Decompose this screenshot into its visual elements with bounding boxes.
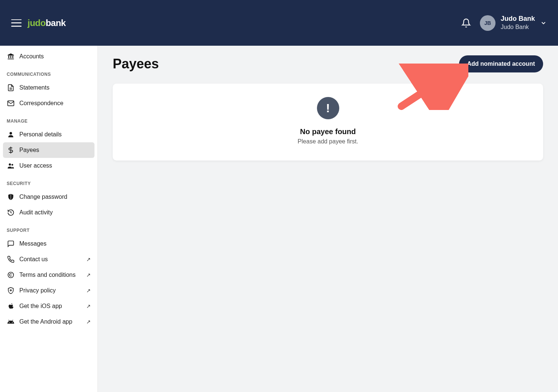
sidebar-item-terms[interactable]: Terms and conditions ↗ bbox=[3, 267, 94, 283]
history-icon bbox=[7, 208, 15, 217]
dollar-icon bbox=[7, 146, 15, 154]
external-link-icon: ↗ bbox=[86, 303, 91, 309]
sidebar-item-user-access[interactable]: User access bbox=[3, 158, 94, 174]
sidebar-item-messages[interactable]: Messages bbox=[3, 236, 94, 252]
avatar: JB bbox=[480, 15, 496, 31]
layout: Accounts COMMUNICATIONS Statements Corre… bbox=[0, 46, 558, 392]
svg-point-6 bbox=[12, 164, 13, 166]
sidebar-item-label: Statements bbox=[19, 84, 91, 91]
privacy-shield-icon bbox=[7, 286, 15, 295]
apple-icon bbox=[7, 302, 15, 310]
external-link-icon: ↗ bbox=[86, 256, 91, 262]
person-icon bbox=[7, 130, 15, 139]
avatar-initials: JB bbox=[484, 20, 491, 26]
phone-icon bbox=[7, 255, 15, 263]
svg-point-8 bbox=[10, 290, 11, 291]
page-title: Payees bbox=[113, 56, 159, 72]
sidebar-item-label: Messages bbox=[19, 240, 91, 247]
bank-icon bbox=[7, 52, 15, 61]
sidebar-section-communications: COMMUNICATIONS bbox=[3, 64, 94, 80]
header-left: judobank bbox=[11, 18, 66, 28]
mail-icon bbox=[7, 99, 15, 107]
external-link-icon: ↗ bbox=[86, 319, 91, 325]
chevron-down-icon bbox=[540, 20, 547, 26]
sidebar-item-label: Get the iOS app bbox=[19, 303, 82, 310]
sidebar-item-label: Privacy policy bbox=[19, 287, 82, 294]
sidebar-item-ios-app[interactable]: Get the iOS app ↗ bbox=[3, 298, 94, 314]
logo-text-bank: bank bbox=[46, 18, 66, 28]
page-header: Payees Add nominated account bbox=[113, 53, 543, 72]
sidebar: Accounts COMMUNICATIONS Statements Corre… bbox=[0, 46, 98, 392]
user-menu-button[interactable]: JB Judo Bank Judo Bank bbox=[480, 14, 547, 31]
chat-icon bbox=[7, 240, 15, 248]
sidebar-section-manage: MANAGE bbox=[3, 111, 94, 127]
sidebar-item-accounts[interactable]: Accounts bbox=[3, 49, 94, 64]
user-text: Judo Bank Judo Bank bbox=[501, 14, 535, 31]
app-header: judobank JB Judo Bank Judo Bank bbox=[0, 0, 558, 46]
svg-point-5 bbox=[9, 163, 11, 166]
svg-point-3 bbox=[10, 132, 12, 135]
sidebar-item-label: User access bbox=[19, 162, 91, 169]
sidebar-item-label: Correspondence bbox=[19, 100, 91, 107]
main-content: Payees Add nominated account ! No payee … bbox=[98, 46, 558, 392]
sidebar-item-label: Change password bbox=[19, 194, 91, 200]
empty-state-card: ! No payee found Please add payee first. bbox=[113, 84, 543, 161]
sidebar-item-label: Personal details bbox=[19, 131, 91, 138]
shield-icon bbox=[7, 193, 15, 201]
external-link-icon: ↗ bbox=[86, 272, 91, 278]
alert-glyph: ! bbox=[326, 101, 330, 115]
logo-text-judo: judo bbox=[28, 18, 46, 28]
sidebar-item-label: Contact us bbox=[19, 256, 82, 263]
sidebar-item-payees[interactable]: Payees bbox=[3, 142, 94, 158]
svg-point-7 bbox=[8, 272, 14, 278]
sidebar-item-personal-details[interactable]: Personal details bbox=[3, 127, 94, 142]
sidebar-item-audit-activity[interactable]: Audit activity bbox=[3, 205, 94, 220]
android-icon bbox=[7, 318, 15, 326]
empty-state-title: No payee found bbox=[122, 127, 534, 136]
sidebar-item-change-password[interactable]: Change password bbox=[3, 189, 94, 205]
people-icon bbox=[7, 162, 15, 170]
alert-icon: ! bbox=[317, 97, 339, 119]
sidebar-item-label: Terms and conditions bbox=[19, 272, 82, 278]
sidebar-item-statements[interactable]: Statements bbox=[3, 80, 94, 95]
external-link-icon: ↗ bbox=[86, 288, 91, 294]
brand-logo: judobank bbox=[28, 18, 66, 28]
notifications-icon[interactable] bbox=[461, 18, 471, 28]
sidebar-section-security: SECURITY bbox=[3, 174, 94, 189]
sidebar-item-label: Accounts bbox=[19, 53, 91, 60]
header-right: JB Judo Bank Judo Bank bbox=[461, 14, 547, 31]
sidebar-item-label: Get the Android app bbox=[19, 318, 82, 325]
sidebar-item-correspondence[interactable]: Correspondence bbox=[3, 95, 94, 111]
add-nominated-account-button[interactable]: Add nominated account bbox=[459, 55, 543, 72]
copyright-icon bbox=[7, 271, 15, 279]
menu-toggle-button[interactable] bbox=[11, 19, 22, 27]
sidebar-item-label: Audit activity bbox=[19, 209, 91, 216]
sidebar-item-contact-us[interactable]: Contact us ↗ bbox=[3, 252, 94, 267]
user-name: Judo Bank bbox=[501, 14, 535, 23]
sidebar-item-android-app[interactable]: Get the Android app ↗ bbox=[3, 314, 94, 330]
sidebar-item-privacy[interactable]: Privacy policy ↗ bbox=[3, 283, 94, 298]
sidebar-section-support: SUPPORT bbox=[3, 220, 94, 236]
user-subtitle: Judo Bank bbox=[501, 23, 535, 31]
document-icon bbox=[7, 84, 15, 92]
sidebar-item-label: Payees bbox=[19, 147, 91, 153]
empty-state-subtitle: Please add payee first. bbox=[122, 138, 534, 145]
